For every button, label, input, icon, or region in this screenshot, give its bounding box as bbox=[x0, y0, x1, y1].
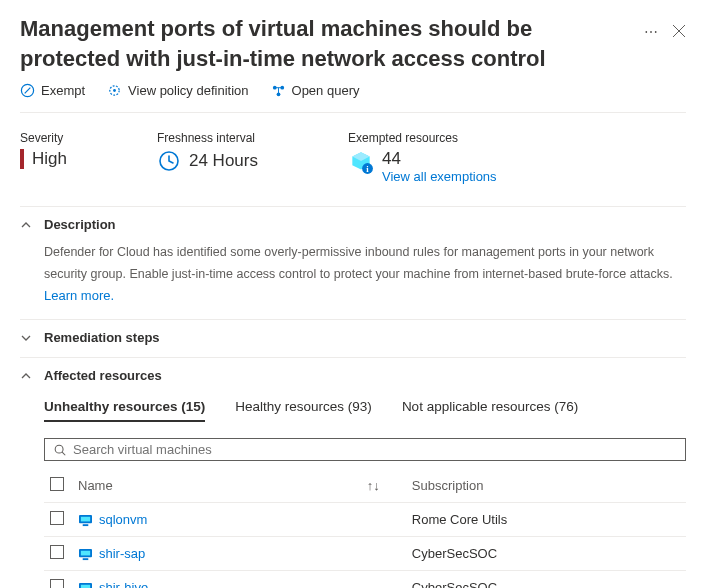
freshness-value: 24 Hours bbox=[189, 151, 258, 171]
query-icon bbox=[271, 83, 286, 98]
severity-indicator bbox=[20, 149, 24, 169]
svg-rect-12 bbox=[83, 524, 89, 526]
subscription-cell: CyberSecSOC bbox=[406, 537, 686, 571]
chevron-down-icon bbox=[20, 332, 34, 344]
chevron-up-icon bbox=[20, 219, 34, 231]
policy-icon bbox=[107, 83, 122, 98]
svg-rect-14 bbox=[81, 551, 90, 556]
tab-healthy[interactable]: Healthy resources (93) bbox=[235, 399, 372, 422]
vm-icon bbox=[78, 548, 93, 561]
table-row[interactable]: shir-hive CyberSecSOC bbox=[44, 571, 686, 588]
exempt-label: Exempt bbox=[41, 83, 85, 98]
severity-stat: Severity High bbox=[20, 131, 67, 184]
col-subscription[interactable]: Subscription bbox=[412, 478, 484, 493]
affected-title: Affected resources bbox=[44, 368, 162, 383]
search-icon bbox=[53, 443, 67, 457]
page-title: Management ports of virtual machines sho… bbox=[20, 14, 644, 73]
view-exemptions-link[interactable]: View all exemptions bbox=[382, 169, 497, 184]
resource-icon: i bbox=[348, 149, 374, 175]
close-icon[interactable] bbox=[672, 24, 686, 40]
remediation-toggle[interactable]: Remediation steps bbox=[20, 330, 686, 345]
exempt-button[interactable]: Exempt bbox=[20, 83, 85, 98]
more-icon[interactable]: ⋯ bbox=[644, 24, 658, 40]
sort-icon[interactable]: ↑↓ bbox=[367, 478, 380, 493]
row-checkbox[interactable] bbox=[50, 511, 64, 525]
description-title: Description bbox=[44, 217, 116, 232]
exempt-icon bbox=[20, 83, 35, 98]
exempted-value: 44 bbox=[382, 149, 497, 169]
vm-name[interactable]: shir-sap bbox=[99, 546, 145, 561]
tab-na[interactable]: Not applicable resources (76) bbox=[402, 399, 578, 422]
vm-icon bbox=[78, 514, 93, 527]
vm-icon bbox=[78, 582, 93, 588]
exempted-stat: Exempted resources i 44 View all exempti… bbox=[348, 131, 497, 184]
chevron-up-icon bbox=[20, 370, 34, 382]
freshness-stat: Freshness interval 24 Hours bbox=[157, 131, 258, 184]
svg-point-2 bbox=[113, 89, 116, 92]
search-input[interactable] bbox=[73, 442, 677, 457]
severity-label: Severity bbox=[20, 131, 67, 145]
view-policy-label: View policy definition bbox=[128, 83, 248, 98]
vm-name[interactable]: shir-hive bbox=[99, 580, 148, 588]
description-toggle[interactable]: Description bbox=[20, 217, 686, 232]
affected-toggle[interactable]: Affected resources bbox=[20, 368, 686, 383]
row-checkbox[interactable] bbox=[50, 545, 64, 559]
learn-more-link[interactable]: Learn more. bbox=[44, 288, 114, 303]
freshness-label: Freshness interval bbox=[157, 131, 258, 145]
svg-rect-11 bbox=[81, 517, 90, 522]
exempted-label: Exempted resources bbox=[348, 131, 497, 145]
svg-rect-15 bbox=[83, 558, 89, 560]
search-container[interactable] bbox=[44, 438, 686, 461]
open-query-label: Open query bbox=[292, 83, 360, 98]
severity-value: High bbox=[32, 149, 67, 169]
clock-icon bbox=[157, 149, 181, 173]
table-row[interactable]: sqlonvm Rome Core Utils bbox=[44, 503, 686, 537]
col-name[interactable]: Name bbox=[78, 478, 113, 493]
select-all-checkbox[interactable] bbox=[50, 477, 64, 491]
svg-point-9 bbox=[55, 445, 63, 453]
view-policy-button[interactable]: View policy definition bbox=[107, 83, 248, 98]
tab-unhealthy[interactable]: Unhealthy resources (15) bbox=[44, 399, 205, 422]
table-row[interactable]: shir-sap CyberSecSOC bbox=[44, 537, 686, 571]
open-query-button[interactable]: Open query bbox=[271, 83, 360, 98]
row-checkbox[interactable] bbox=[50, 579, 64, 588]
description-body: Defender for Cloud has identified some o… bbox=[20, 242, 686, 307]
subscription-cell: CyberSecSOC bbox=[406, 571, 686, 588]
subscription-cell: Rome Core Utils bbox=[406, 503, 686, 537]
vm-name[interactable]: sqlonvm bbox=[99, 512, 147, 527]
remediation-title: Remediation steps bbox=[44, 330, 160, 345]
